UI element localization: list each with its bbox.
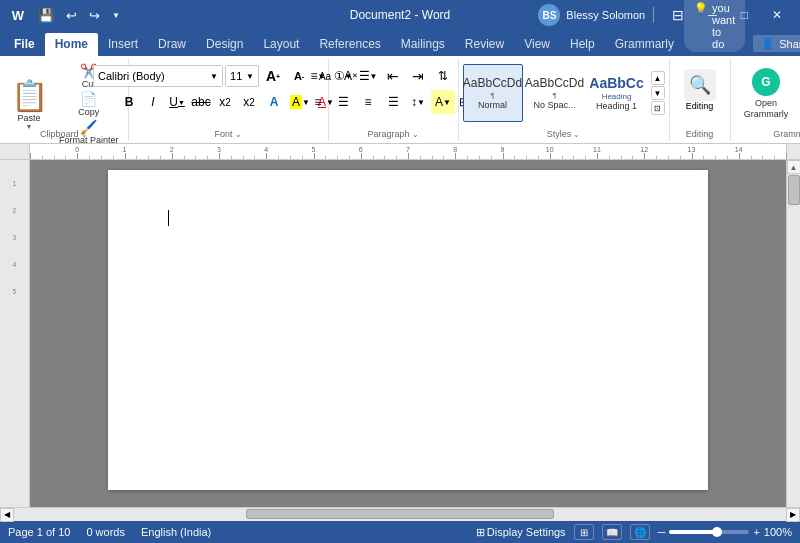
- ruler-bar: 01234567891011121314: [0, 144, 800, 160]
- styles-expand[interactable]: ⊡: [651, 101, 665, 115]
- title-bar: W 💾 ↩ ↪ ▼ Document2 - Word BS Blessy Sol…: [0, 0, 800, 30]
- read-mode-btn[interactable]: 📖: [602, 524, 622, 540]
- text-effects-button[interactable]: A: [262, 90, 286, 114]
- style-heading1-label: Heading 1: [596, 101, 637, 111]
- h-scroll-thumb[interactable]: [246, 509, 555, 519]
- close-btn[interactable]: ✕: [762, 4, 792, 26]
- tab-review[interactable]: Review: [455, 33, 514, 56]
- increase-indent-button[interactable]: ⇥: [406, 64, 430, 88]
- tab-insert[interactable]: Insert: [98, 33, 148, 56]
- style-normal-label: Normal: [478, 100, 507, 110]
- horizontal-scrollbar: ◀ ▶: [0, 507, 800, 521]
- share-button[interactable]: 👤 Share: [753, 35, 800, 52]
- list-buttons-row: ≡▼ ①▼ ☰▼ ⇤ ⇥ ⇅ ¶: [306, 64, 480, 88]
- align-buttons-row: ≡ ☰ ≡ ☰ ↕▼ A▼ ⊞▼: [306, 90, 480, 114]
- quick-access-more[interactable]: ▼: [108, 9, 124, 22]
- web-layout-btn[interactable]: 🌐: [630, 524, 650, 540]
- numbering-button[interactable]: ①▼: [331, 64, 355, 88]
- line-spacing-button[interactable]: ↕▼: [406, 90, 430, 114]
- style-no-spacing-preview: AaBbCcDd: [525, 76, 584, 90]
- paragraph-expand[interactable]: ⌄: [412, 130, 419, 139]
- tab-file[interactable]: File: [4, 33, 45, 56]
- style-heading1[interactable]: AaBbCc Heading Heading 1: [587, 64, 647, 122]
- styles-expand-btn[interactable]: ⌄: [573, 130, 580, 139]
- print-layout-view-btn[interactable]: ⊞: [574, 524, 594, 540]
- paste-label: Paste: [17, 113, 40, 123]
- zoom-thumb[interactable]: [712, 527, 722, 537]
- styles-scroll: ▲ ▼ ⊡: [651, 71, 665, 115]
- font-grow-button[interactable]: A+: [261, 64, 285, 88]
- font-label: Font ⌄: [215, 129, 242, 139]
- tell-me-search[interactable]: 💡 Tell me what you want to do: [684, 0, 745, 52]
- ribbon-tabs: File Home Insert Draw Design Layout Refe…: [0, 30, 800, 56]
- shading-button[interactable]: A▼: [431, 90, 455, 114]
- scroll-right-arrow[interactable]: ▶: [786, 508, 800, 522]
- document-page[interactable]: [108, 170, 708, 490]
- bold-button[interactable]: B: [118, 91, 140, 113]
- page-indicator: Page 1 of 10: [8, 526, 70, 538]
- styles-scroll-up[interactable]: ▲: [651, 71, 665, 85]
- word-count: 0 words: [86, 526, 125, 538]
- subscript-button[interactable]: x2: [214, 91, 236, 113]
- save-btn[interactable]: 💾: [34, 6, 58, 25]
- text-cursor: [168, 210, 169, 226]
- scroll-thumb[interactable]: [788, 175, 800, 205]
- underline-button[interactable]: U▼: [166, 91, 188, 113]
- style-no-spacing[interactable]: AaBbCcDd ¶ No Spac...: [525, 64, 585, 122]
- align-left-button[interactable]: ≡: [306, 90, 330, 114]
- tab-home[interactable]: Home: [45, 33, 98, 56]
- document-title: Document2 - Word: [350, 8, 450, 22]
- superscript-button[interactable]: x2: [238, 91, 260, 113]
- tab-design[interactable]: Design: [196, 33, 253, 56]
- scroll-left-arrow[interactable]: ◀: [0, 508, 14, 522]
- font-size-selector[interactable]: 11 ▼: [225, 65, 259, 87]
- clipboard-expand[interactable]: ⌄: [81, 130, 88, 139]
- grammarly-group: G OpenGrammarly L OpenLinguix Grammarly: [735, 58, 800, 141]
- font-expand[interactable]: ⌄: [235, 130, 242, 139]
- tab-grammarly[interactable]: Grammarly: [605, 33, 684, 56]
- tab-mailings[interactable]: Mailings: [391, 33, 455, 56]
- bullets-button[interactable]: ≡▼: [306, 64, 330, 88]
- title-bar-right: BS Blessy Solomon ⊟ ─ □ ✕: [538, 3, 792, 27]
- multilevel-list-button[interactable]: ☰▼: [356, 64, 380, 88]
- style-normal-preview: AaBbCcDd: [463, 76, 522, 90]
- main-area: 1 2 3 4 5 ▲ ▼: [0, 160, 800, 521]
- h-scroll-track[interactable]: [14, 508, 786, 521]
- editing-label: Editing: [686, 101, 714, 111]
- redo-btn[interactable]: ↪: [85, 6, 104, 25]
- align-center-button[interactable]: ☰: [331, 90, 355, 114]
- font-family-arrow: ▼: [210, 72, 218, 81]
- clipboard-label: Clipboard ⌄: [40, 129, 88, 139]
- quick-access-toolbar: 💾 ↩ ↪ ▼: [34, 6, 124, 25]
- undo-btn[interactable]: ↩: [62, 6, 81, 25]
- document-container[interactable]: [30, 160, 786, 521]
- paste-arrow: ▼: [26, 123, 33, 130]
- zoom-in-btn[interactable]: +: [753, 526, 759, 538]
- zoom-out-btn[interactable]: ─: [658, 526, 666, 538]
- grammarly-label: OpenGrammarly: [744, 98, 789, 120]
- tab-draw[interactable]: Draw: [148, 33, 196, 56]
- open-grammarly-button[interactable]: G OpenGrammarly: [739, 64, 794, 124]
- align-right-button[interactable]: ≡: [356, 90, 380, 114]
- strikethrough-button[interactable]: abc: [190, 91, 212, 113]
- editing-button[interactable]: 🔍 Editing: [676, 65, 724, 115]
- zoom-track[interactable]: [669, 530, 749, 534]
- decrease-indent-button[interactable]: ⇤: [381, 64, 405, 88]
- scroll-up-arrow[interactable]: ▲: [787, 160, 801, 174]
- justify-button[interactable]: ☰: [381, 90, 405, 114]
- tab-help[interactable]: Help: [560, 33, 605, 56]
- scroll-track[interactable]: [787, 174, 801, 507]
- font-size-arrow: ▼: [246, 72, 254, 81]
- style-normal[interactable]: AaBbCcDd ¶ Normal: [463, 64, 523, 122]
- display-settings-button[interactable]: ⊞ Display Settings: [476, 526, 566, 539]
- tab-view[interactable]: View: [514, 33, 560, 56]
- tell-me-text: Tell me what you want to do: [712, 0, 735, 50]
- font-family-selector[interactable]: Calibri (Body) ▼: [93, 65, 223, 87]
- italic-button[interactable]: I: [142, 91, 164, 113]
- styles-scroll-down[interactable]: ▼: [651, 86, 665, 100]
- tab-layout[interactable]: Layout: [253, 33, 309, 56]
- styles-label: Styles ⌄: [547, 129, 581, 139]
- status-right: ⊞ Display Settings ⊞ 📖 🌐 ─ + 100%: [476, 524, 792, 540]
- tab-references[interactable]: References: [309, 33, 390, 56]
- sort-button[interactable]: ⇅: [431, 64, 455, 88]
